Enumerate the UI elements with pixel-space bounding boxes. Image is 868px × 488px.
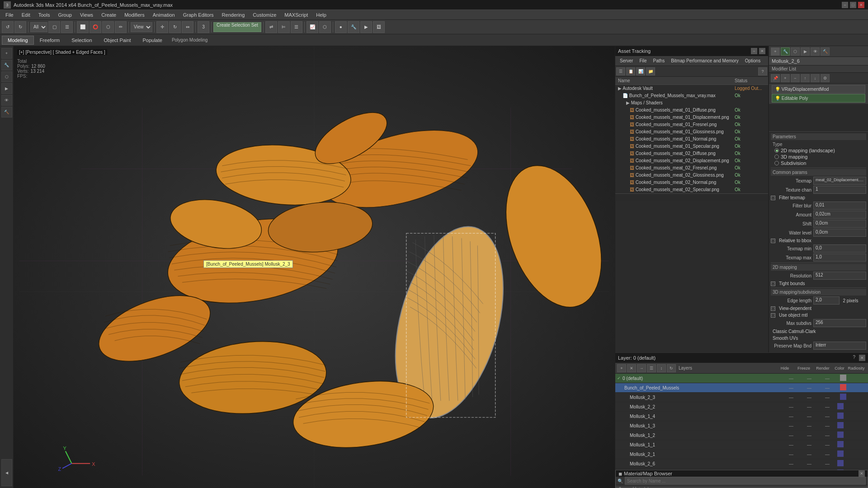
texchan-value[interactable]: 1: [813, 186, 866, 194]
layer-freeze-1[interactable]: —: [800, 385, 818, 390]
mod-up-btn[interactable]: ↑: [801, 74, 810, 82]
at-menu-bitmap[interactable]: Bitmap Performance and Memory: [668, 57, 741, 64]
lp-delete-layer[interactable]: ✕: [627, 364, 636, 372]
at-btn4[interactable]: 📁: [646, 67, 655, 75]
table-row[interactable]: 🖼 Cooked_mussels_meat_02_Fresnel.png Ok: [615, 164, 768, 172]
lp-new-layer[interactable]: +: [617, 364, 626, 372]
menu-maxscript[interactable]: MAXScript: [281, 11, 311, 19]
list-item[interactable]: Bunch_of_Peeled_Mussels — — —: [615, 383, 868, 393]
menu-create[interactable]: Create: [98, 11, 120, 19]
water-value[interactable]: 0,0cm: [813, 229, 866, 237]
layer-freeze-0[interactable]: —: [800, 376, 818, 381]
table-row[interactable]: 🖼 Cooked_mussels_meat_01_Displacement.pn…: [615, 114, 768, 121]
menu-animation[interactable]: Animation: [149, 11, 179, 19]
layer-render-0[interactable]: —: [818, 376, 836, 381]
table-row[interactable]: 🖼 Cooked_mussels_meat_02_Specular.png Ok: [615, 186, 768, 193]
list-item[interactable]: Mollusk_1_2 ———: [615, 431, 868, 440]
material-editor-button[interactable]: ●: [335, 21, 347, 33]
modifier-item-edpoly[interactable]: 💡 Editable Poly: [772, 94, 865, 103]
tight-bounds-checkbox[interactable]: □: [771, 282, 775, 286]
list-item[interactable]: Mollusk_2_1 ———: [615, 450, 868, 459]
lasso-select[interactable]: ✏: [115, 21, 127, 33]
mirror-button[interactable]: ⇌: [265, 21, 277, 33]
list-item[interactable]: Mollusk_1_4 ———: [615, 412, 868, 421]
redo-button[interactable]: ↻: [14, 21, 26, 33]
fence-select[interactable]: ⬡: [102, 21, 114, 33]
menu-views[interactable]: Views: [76, 11, 97, 19]
curve-editor-button[interactable]: 📈: [307, 21, 318, 33]
list-item[interactable]: ✓ 0 (default) — — —: [615, 374, 868, 383]
render-button[interactable]: ▶: [360, 21, 372, 33]
texmax-value[interactable]: 1,0: [813, 253, 866, 262]
layer-close[interactable]: ✕: [859, 355, 865, 361]
tab-object-paint[interactable]: Object Paint: [98, 36, 137, 45]
layer-manager-button[interactable]: ☰: [291, 21, 302, 33]
menu-help[interactable]: Help: [312, 11, 330, 19]
mod-motion-btn[interactable]: ▶: [801, 47, 810, 56]
mod-down-btn[interactable]: ↓: [811, 74, 820, 82]
menu-file[interactable]: File: [2, 11, 17, 19]
table-row[interactable]: 🖼 Cooked_mussels_meat_01_Specular.png Ok: [615, 143, 768, 150]
mod-modify-btn[interactable]: 🔧: [781, 47, 790, 56]
mod-remove-btn[interactable]: −: [791, 74, 800, 82]
resolution-value[interactable]: 512: [813, 272, 866, 280]
table-row[interactable]: 🖼 Cooked_mussels_meat_01_Normal.png Ok: [615, 136, 768, 143]
tab-freeform[interactable]: Freeform: [34, 36, 66, 45]
shift-value[interactable]: 0,0cm: [813, 220, 866, 228]
at-minimize[interactable]: −: [751, 48, 757, 54]
mb-close[interactable]: ✕: [859, 470, 865, 477]
table-row[interactable]: ▶ Maps / Shaders: [615, 99, 768, 107]
list-item[interactable]: Mollusk_2_2 ———: [615, 402, 868, 412]
preservemap-value[interactable]: Interr: [813, 342, 866, 350]
close-button[interactable]: ✕: [858, 2, 864, 8]
selection-filter[interactable]: All: [30, 22, 47, 32]
table-row[interactable]: ▶ Autodesk Vault Logged Out...: [615, 85, 768, 92]
mod-util-btn[interactable]: 🔨: [821, 47, 830, 56]
amount-value[interactable]: 0,02cm: [813, 211, 866, 219]
menu-tools[interactable]: Tools: [35, 11, 54, 19]
edgelength-value[interactable]: 2,0: [813, 296, 840, 305]
type-2d-radio[interactable]: 2D mapping (landscape): [771, 148, 866, 153]
at-menu-file[interactable]: File: [637, 57, 649, 64]
at-btn1[interactable]: ☰: [616, 67, 625, 75]
at-close[interactable]: ✕: [759, 48, 765, 54]
render-frame-window[interactable]: 🖼: [373, 21, 385, 33]
select-object-button[interactable]: ▢: [48, 21, 60, 33]
lp-select-objs[interactable]: ☰: [647, 364, 656, 372]
display-panel[interactable]: 👁: [1, 95, 12, 106]
viewdep-checkbox[interactable]: □: [771, 306, 775, 311]
rotate-button[interactable]: ↻: [169, 21, 181, 33]
filter-checkbox[interactable]: □: [771, 196, 775, 200]
at-menu-paths[interactable]: Paths: [651, 57, 668, 64]
layer-hide-2[interactable]: —: [782, 395, 800, 400]
table-row[interactable]: 🖼 Cooked_mussels_meat_02_Diffuse.png Ok: [615, 150, 768, 157]
rect-select[interactable]: ⬜: [77, 21, 89, 33]
list-item[interactable]: Mollusk_1_3 ———: [615, 421, 868, 431]
table-row[interactable]: 🖼 Cooked_mussels_meat_02_Normal.png Ok: [615, 179, 768, 186]
layer-hide-1[interactable]: —: [782, 385, 800, 390]
filterblur-value[interactable]: 0,01: [813, 202, 866, 210]
mod-add-btn[interactable]: +: [781, 74, 790, 82]
search-input[interactable]: [625, 477, 866, 485]
hierarchy-panel[interactable]: ⬡: [1, 71, 12, 82]
create-panel[interactable]: +: [1, 48, 12, 59]
maximize-button[interactable]: □: [850, 2, 856, 8]
menu-modifiers[interactable]: Modifiers: [121, 11, 148, 19]
table-row[interactable]: 🖼 Cooked_mussels_meat_01_Diffuse.png Ok: [615, 107, 768, 114]
relative-checkbox[interactable]: □: [771, 239, 775, 243]
table-row[interactable]: 📄 Bunch_of_Peeled_Mussels_max_vray.max O…: [615, 92, 768, 99]
at-btn5[interactable]: ?: [758, 67, 767, 75]
utilities-panel[interactable]: 🔨: [1, 107, 12, 117]
at-btn2[interactable]: 📋: [626, 67, 635, 75]
menu-rendering[interactable]: Rendering: [218, 11, 249, 19]
menu-graph-editors[interactable]: Graph Editors: [179, 11, 217, 19]
viewport[interactable]: [+] [Perspective] [ Shaded + Edged Faces…: [14, 46, 615, 488]
motion-panel[interactable]: ▶: [1, 83, 12, 94]
modify-panel[interactable]: 🔧: [1, 60, 12, 70]
useobj-checkbox[interactable]: □: [771, 313, 775, 318]
lp-sort[interactable]: ↕: [657, 364, 666, 372]
at-btn3[interactable]: 📊: [636, 67, 645, 75]
undo-button[interactable]: ↺: [2, 21, 14, 33]
view-select[interactable]: View: [131, 22, 152, 32]
mod-display-btn[interactable]: 👁: [811, 47, 820, 56]
